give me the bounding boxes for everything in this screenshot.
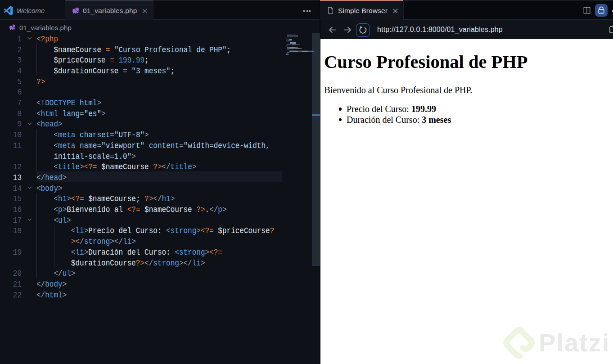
svg-text:Platzi: Platzi — [539, 328, 610, 357]
